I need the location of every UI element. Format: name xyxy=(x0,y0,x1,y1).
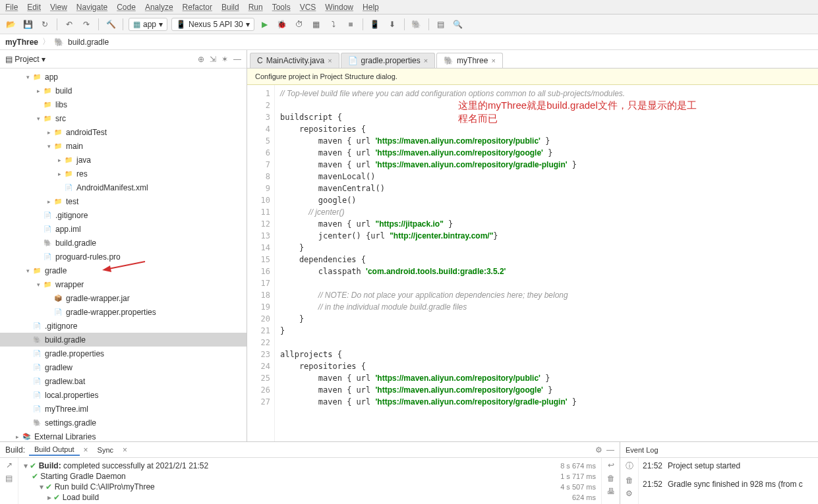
tree-item[interactable]: 📄gradle-wrapper.properties xyxy=(0,305,247,319)
breadcrumb: myThree 〉 🐘 build.gradle xyxy=(0,34,818,50)
tree-item[interactable]: ▾📁main xyxy=(0,139,247,153)
search-icon[interactable]: 🔍 xyxy=(452,18,465,31)
tree-item[interactable]: 📄local.properties xyxy=(0,388,247,402)
gear-icon[interactable]: ⚙ xyxy=(595,445,602,455)
save-icon[interactable]: 💾 xyxy=(21,18,34,31)
rerun-icon[interactable]: ↗ xyxy=(6,461,13,470)
menu-vcs[interactable]: VCS xyxy=(300,3,316,12)
settings-icon[interactable]: ⚙ xyxy=(626,489,633,498)
tree-item[interactable]: 📄.gitignore xyxy=(0,319,247,333)
tab-sync[interactable]: Sync xyxy=(92,445,119,455)
project-tree[interactable]: ▾📁app▸📁build📁libs▾📁src▸📁androidTest▾📁mai… xyxy=(0,69,247,441)
filter-icon[interactable]: ▤ xyxy=(5,474,13,483)
tree-item[interactable]: 📄.gitignore xyxy=(0,208,247,222)
breadcrumb-file[interactable]: build.gradle xyxy=(68,38,109,47)
tree-item[interactable]: ▸📁res xyxy=(0,167,247,181)
project-view-combo[interactable]: ▤ Project ▾ xyxy=(5,55,45,64)
tree-item[interactable]: 🐘build.gradle xyxy=(0,236,247,250)
coverage-icon[interactable]: ▦ xyxy=(310,18,323,31)
trash-icon[interactable]: 🗑 xyxy=(626,476,633,485)
tree-item[interactable]: ▸📁androidTest xyxy=(0,125,247,139)
build-tree[interactable]: ▾ ✔ Build: completed successfully at 202… xyxy=(18,458,548,504)
redo-icon[interactable]: ↷ xyxy=(80,18,93,31)
hide-icon[interactable]: — xyxy=(233,55,241,64)
menu-edit[interactable]: Edit xyxy=(27,3,41,12)
tree-item[interactable]: 🐘settings.gradle xyxy=(0,416,247,430)
debug-icon[interactable]: 🐞 xyxy=(276,18,289,31)
sync-icon[interactable]: 🐘 xyxy=(410,18,423,31)
settings-icon[interactable]: ✶ xyxy=(221,55,228,64)
refresh-icon[interactable]: ↻ xyxy=(38,18,51,31)
editor-tabs: CMainActivity.java×📄gradle.properties×🐘m… xyxy=(247,50,818,69)
tree-item[interactable]: ▸📁test xyxy=(0,194,247,208)
tree-item[interactable]: 📄AndroidManifest.xml xyxy=(0,181,247,194)
code-editor[interactable]: // Top-level build file where you can ad… xyxy=(275,85,818,441)
menu-view[interactable]: View xyxy=(50,3,67,12)
close-icon[interactable]: × xyxy=(424,57,428,65)
tree-item[interactable]: ▸📁java xyxy=(0,153,247,167)
tree-item[interactable]: ▾📁src xyxy=(0,111,247,125)
run-icon[interactable]: ▶ xyxy=(258,18,272,31)
tree-item[interactable]: 📄proguard-rules.pro xyxy=(0,250,247,264)
build-times: 8 s 674 ms1 s 717 ms4 s 507 ms624 ms xyxy=(548,458,601,504)
print-icon[interactable]: 🖶 xyxy=(607,487,615,496)
device-combo[interactable]: 📱Nexus 5 API 30▾ xyxy=(171,18,254,31)
event-list: 21:52Project setup started21:52Gradle sy… xyxy=(639,458,818,504)
tree-item[interactable]: ▾📁gradle xyxy=(0,264,247,277)
project-pane: ▤ Project ▾ ⊕ ⇲ ✶ — ▾📁app▸📁build📁libs▾📁s… xyxy=(0,50,247,441)
profile-icon[interactable]: ⏱ xyxy=(293,18,306,31)
tree-item[interactable]: 📄gradlew xyxy=(0,360,247,374)
soft-wrap-icon[interactable]: ↩ xyxy=(608,461,614,470)
tree-item[interactable]: 📦gradle-wrapper.jar xyxy=(0,291,247,305)
hammer-icon[interactable]: 🔨 xyxy=(104,18,117,31)
menu-file[interactable]: File xyxy=(5,3,18,12)
menu-tools[interactable]: Tools xyxy=(272,3,291,12)
editor-pane: CMainActivity.java×📄gradle.properties×🐘m… xyxy=(247,50,818,441)
menu-analyze[interactable]: Analyze xyxy=(145,3,173,12)
toolbar: 📂 💾 ↻ ↶ ↷ 🔨 ▦app▾ 📱Nexus 5 API 30▾ ▶ 🐞 ⏱… xyxy=(0,14,818,34)
locate-icon[interactable]: ⊕ xyxy=(198,55,204,64)
close-icon[interactable]: × xyxy=(328,57,332,65)
avd-icon[interactable]: 📱 xyxy=(368,18,382,31)
sdk-icon[interactable]: ⬇ xyxy=(386,18,399,31)
close-icon[interactable]: × xyxy=(491,57,495,65)
attach-icon[interactable]: ⤵ xyxy=(327,18,340,31)
tree-item[interactable]: 📁libs xyxy=(0,98,247,111)
build-label: Build: xyxy=(5,445,25,455)
structure-icon[interactable]: ▤ xyxy=(434,18,448,31)
tree-item[interactable]: ▾📁app xyxy=(0,70,247,84)
tree-item[interactable]: 📄gradle.properties xyxy=(0,347,247,360)
tree-item[interactable]: 📄app.iml xyxy=(0,222,247,236)
tree-item[interactable]: 🐘build.gradle xyxy=(0,333,247,347)
expand-icon[interactable]: ⇲ xyxy=(210,55,216,64)
tree-item[interactable]: 📄myThree.iml xyxy=(0,402,247,416)
tree-item[interactable]: 📄gradlew.bat xyxy=(0,374,247,388)
open-icon[interactable]: 📂 xyxy=(4,18,17,31)
undo-icon[interactable]: ↶ xyxy=(63,18,76,31)
menu-help[interactable]: Help xyxy=(363,3,379,12)
hide-icon[interactable]: — xyxy=(606,445,614,455)
breadcrumb-project[interactable]: myThree xyxy=(5,38,38,47)
menu-run[interactable]: Run xyxy=(248,3,263,12)
gutter: 1234567891011121314151617181920212223242… xyxy=(247,85,275,441)
editor-tab[interactable]: 🐘myThree× xyxy=(436,53,503,68)
menu-window[interactable]: Window xyxy=(325,3,353,12)
event-log-title: Event Log xyxy=(620,442,818,458)
trash-icon[interactable]: 🗑 xyxy=(607,474,615,483)
stop-icon[interactable]: ■ xyxy=(344,18,357,31)
bottom-panel: Build: Build Output× Sync× ⚙ — ↗ ▤ ▾ ✔ B… xyxy=(0,441,818,504)
menu-bar: FileEditViewNavigateCodeAnalyzeRefactorB… xyxy=(0,0,818,14)
tree-item[interactable]: ▸📁build xyxy=(0,84,247,98)
tree-item[interactable]: ▸📚External Libraries xyxy=(0,430,247,441)
menu-code[interactable]: Code xyxy=(117,3,136,12)
menu-build[interactable]: Build xyxy=(221,3,239,12)
tree-item[interactable]: ▾📁wrapper xyxy=(0,277,247,291)
editor-tab[interactable]: 📄gradle.properties× xyxy=(341,53,436,68)
info-icon[interactable]: ⓘ xyxy=(626,461,633,472)
run-config-combo[interactable]: ▦app▾ xyxy=(129,18,167,31)
config-banner[interactable]: Configure project in Project Structure d… xyxy=(247,69,818,85)
menu-refactor[interactable]: Refactor xyxy=(183,3,212,12)
menu-navigate[interactable]: Navigate xyxy=(76,3,107,12)
editor-tab[interactable]: CMainActivity.java× xyxy=(250,53,339,68)
tab-build-output[interactable]: Build Output xyxy=(29,444,80,456)
